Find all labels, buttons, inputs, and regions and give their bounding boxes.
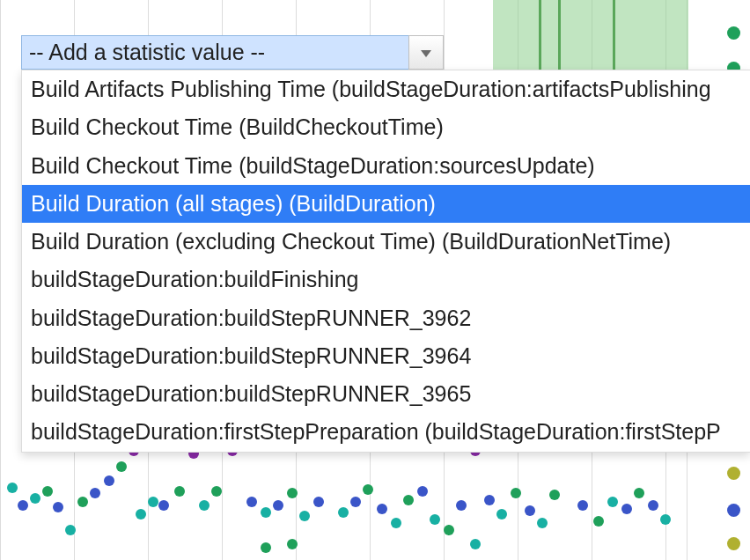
chart-point	[18, 500, 28, 511]
chart-point	[136, 509, 146, 519]
statistic-option[interactable]: buildStageDuration:buildStepRUNNER_3965	[22, 375, 750, 413]
chart-point	[287, 488, 298, 498]
chart-point	[53, 502, 63, 512]
add-statistic-input[interactable]: -- Add a statistic value --	[21, 35, 408, 70]
combo-toggle-button[interactable]	[408, 35, 444, 70]
chart-point	[403, 495, 414, 505]
chart-point	[299, 511, 310, 521]
chart-gridline	[0, 0, 1, 560]
chart-point	[456, 500, 467, 511]
chart-point	[65, 525, 76, 535]
statistic-option[interactable]: Build Duration (excluding Checkout Time)…	[22, 223, 750, 261]
statistic-option[interactable]: Build Artifacts Publishing Time (buildSt…	[22, 70, 750, 108]
chart-point	[77, 497, 88, 507]
chart-point	[211, 486, 222, 497]
chart-point	[525, 505, 535, 516]
chart-point	[444, 525, 454, 535]
chart-point	[42, 486, 53, 497]
chart-green-bar	[613, 0, 615, 74]
chart-point	[261, 507, 271, 518]
svg-marker-0	[421, 50, 431, 57]
chart-point	[634, 488, 644, 498]
chart-point	[648, 500, 658, 511]
legend-dot	[727, 26, 740, 40]
chart-point	[148, 497, 158, 507]
chart-point	[430, 514, 440, 525]
chart-point	[246, 497, 257, 507]
chart-point	[511, 488, 521, 498]
statistic-option[interactable]: buildStageDuration:buildFinishing	[22, 261, 750, 298]
chart-point	[593, 516, 604, 527]
chart-point	[104, 475, 114, 486]
chart-point	[607, 497, 618, 507]
statistic-option[interactable]: buildStageDuration:firstStepPreparation …	[22, 413, 750, 451]
chart-point	[30, 493, 40, 504]
chart-point	[537, 518, 548, 528]
chart-point	[470, 539, 481, 549]
add-statistic-combo[interactable]: -- Add a statistic value --	[21, 35, 444, 70]
chart-point	[338, 507, 349, 518]
chart-point	[496, 509, 507, 519]
chart-point	[363, 484, 373, 495]
legend-dot	[727, 467, 740, 480]
chart-point	[287, 539, 298, 549]
add-statistic-listbox[interactable]: Build Artifacts Publishing Time (buildSt…	[21, 70, 750, 453]
chart-point	[313, 497, 324, 507]
chart-point	[116, 461, 127, 472]
statistic-option[interactable]: buildStageDuration:buildStepRUNNER_3962	[22, 299, 750, 337]
statistic-option[interactable]: buildStageDuration:buildStepRUNNER_3964	[22, 337, 750, 375]
statistic-option[interactable]: Build Checkout Time (buildStageDuration:…	[22, 147, 750, 185]
legend-dot	[727, 504, 740, 517]
chart-point	[199, 500, 210, 511]
chart-point	[377, 504, 387, 514]
chart-point	[417, 486, 428, 497]
chart-point	[549, 490, 560, 500]
chart-point	[621, 504, 632, 514]
chart-point	[7, 483, 18, 493]
chart-point	[350, 497, 361, 507]
chart-green-bar	[539, 0, 541, 74]
chart-point	[391, 518, 401, 528]
chart-point	[158, 500, 169, 511]
chevron-down-icon	[421, 45, 431, 61]
chart-point	[90, 488, 100, 498]
statistic-option[interactable]: Build Duration (all stages) (BuildDurati…	[22, 185, 750, 223]
chart-green-area	[493, 0, 688, 74]
chart-point	[660, 514, 671, 525]
statistic-option[interactable]: Build Checkout Time (BuildCheckoutTime)	[22, 108, 750, 146]
chart-point	[273, 500, 283, 511]
chart-point	[174, 486, 185, 497]
chart-point	[484, 495, 495, 505]
chart-point	[577, 500, 588, 511]
chart-point	[261, 542, 271, 553]
chart-green-bar	[558, 0, 561, 74]
legend-dot	[727, 537, 740, 550]
